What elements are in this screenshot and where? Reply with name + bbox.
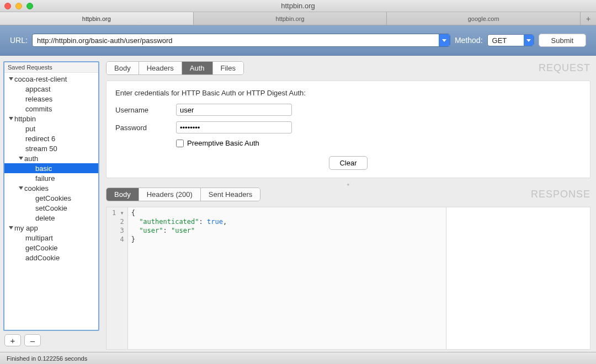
tree-item-label: appcast xyxy=(25,85,51,93)
username-input[interactable] xyxy=(176,104,292,116)
tab-google[interactable]: google.com xyxy=(387,12,581,25)
tree-item[interactable]: put xyxy=(4,124,98,133)
tree-item-label: basic xyxy=(35,164,52,173)
chevron-down-icon xyxy=(442,39,446,42)
tree-item[interactable]: cookies xyxy=(4,183,98,193)
submit-button[interactable]: Submit xyxy=(539,34,586,47)
url-input-wrapper xyxy=(32,34,450,47)
response-body-panel: 1 ▾234 { "authenticated": true, "user": … xyxy=(106,207,590,350)
response-title: RESPONSE xyxy=(531,189,590,200)
resize-handle[interactable]: ● xyxy=(106,182,590,187)
chevron-down-icon xyxy=(526,39,531,42)
clear-button[interactable]: Clear xyxy=(329,156,367,170)
disclosure-triangle-icon xyxy=(9,117,13,120)
tree-item-label: my app xyxy=(14,224,38,232)
window-title: httpbin.org xyxy=(0,2,596,10)
tree-item-label: setCookie xyxy=(35,204,67,212)
request-title: REQUEST xyxy=(539,62,590,74)
auth-instructions: Enter credentials for HTTP Basic Auth or… xyxy=(115,89,581,97)
tree-item-label: put xyxy=(25,125,35,133)
remove-request-button[interactable]: – xyxy=(24,334,41,346)
url-label: URL: xyxy=(10,36,28,45)
tree-item[interactable]: failure xyxy=(4,173,98,183)
preemptive-auth-checkbox[interactable] xyxy=(176,140,184,147)
tree-item-label: cookies xyxy=(24,184,49,192)
tree-item[interactable]: basic xyxy=(4,163,98,173)
tree-item-label: redirect 6 xyxy=(25,135,55,143)
tree-item[interactable]: getCookies xyxy=(4,193,98,203)
response-side-panel xyxy=(446,207,590,349)
tree-item-label: commits xyxy=(25,105,52,113)
disclosure-triangle-icon xyxy=(9,226,13,229)
tree-item-label: auth xyxy=(24,154,38,163)
response-body[interactable]: { "authenticated": true, "user": "user" … xyxy=(128,207,446,349)
request-panel: Enter credentials for HTTP Basic Auth or… xyxy=(106,81,590,178)
statusbar: Finished in 0.122256 seconds xyxy=(0,352,596,364)
line-gutter: 1 ▾234 xyxy=(107,207,128,349)
tree-item-label: httpbin xyxy=(14,115,36,123)
tree-item-label: addCookie xyxy=(25,254,60,262)
content: BodyHeadersAuthFiles REQUEST Enter crede… xyxy=(106,61,590,350)
tree-item[interactable]: cocoa-rest-client xyxy=(4,74,98,84)
tree-item[interactable]: getCookie xyxy=(4,243,98,253)
titlebar: httpbin.org xyxy=(0,0,596,12)
tree-item-label: failure xyxy=(35,174,55,183)
saved-requests-header: Saved Requests xyxy=(4,62,98,73)
response-tab-headers-200-[interactable]: Headers (200) xyxy=(139,188,201,201)
tree-item[interactable]: redirect 6 xyxy=(4,133,98,143)
tree-item-label: getCookie xyxy=(25,244,58,252)
request-tabs: BodyHeadersAuthFiles xyxy=(106,61,244,75)
tab-httpbin-1[interactable]: httpbin.org xyxy=(0,12,194,25)
tree-item[interactable]: multipart xyxy=(4,233,98,243)
response-tab-sent-headers[interactable]: Sent Headers xyxy=(201,188,260,201)
method-dropdown-icon xyxy=(524,35,534,46)
disclosure-triangle-icon xyxy=(19,186,23,190)
tree-item-label: cocoa-rest-client xyxy=(14,75,67,83)
disclosure-triangle-icon xyxy=(19,157,23,160)
tree-item[interactable]: stream 50 xyxy=(4,143,98,153)
add-request-button[interactable]: + xyxy=(4,334,21,346)
request-tab-body[interactable]: Body xyxy=(107,62,139,74)
tree-item[interactable]: httpbin xyxy=(4,114,98,124)
tab-add-button[interactable]: + xyxy=(581,12,596,25)
saved-requests-panel: Saved Requests cocoa-rest-clientappcastr… xyxy=(3,61,99,331)
request-tab-files[interactable]: Files xyxy=(213,62,243,74)
response-tabs: BodyHeaders (200)Sent Headers xyxy=(106,188,260,201)
tree-item-label: getCookies xyxy=(35,194,71,202)
url-input[interactable] xyxy=(33,36,439,45)
tree-item-label: delete xyxy=(35,214,55,222)
tree-item-label: multipart xyxy=(25,234,53,242)
request-tab-headers[interactable]: Headers xyxy=(139,62,182,74)
method-select[interactable]: GET xyxy=(487,34,534,46)
password-label: Password xyxy=(115,124,176,132)
tabbar: httpbin.org httpbin.org google.com + xyxy=(0,12,596,25)
tree-item[interactable]: setCookie xyxy=(4,203,98,213)
tree-item[interactable]: addCookie xyxy=(4,253,98,263)
tree-item-label: stream 50 xyxy=(25,144,57,153)
saved-requests-tree: cocoa-rest-clientappcastreleasescommitsh… xyxy=(4,73,98,330)
status-text: Finished in 0.122256 seconds xyxy=(7,355,87,362)
tree-item[interactable]: delete xyxy=(4,213,98,223)
main: Saved Requests cocoa-rest-clientappcastr… xyxy=(0,56,596,352)
response-tab-body[interactable]: Body xyxy=(107,188,139,201)
tree-item[interactable]: appcast xyxy=(4,84,98,94)
password-input[interactable] xyxy=(176,121,292,133)
tree-item[interactable]: commits xyxy=(4,104,98,114)
tree-item-label: releases xyxy=(25,95,52,103)
sidebar: Saved Requests cocoa-rest-clientappcastr… xyxy=(3,61,99,350)
tab-httpbin-2[interactable]: httpbin.org xyxy=(194,12,387,25)
username-label: Username xyxy=(115,106,176,114)
request-tab-auth[interactable]: Auth xyxy=(182,62,213,74)
tree-item[interactable]: releases xyxy=(4,94,98,104)
url-history-dropdown[interactable] xyxy=(439,34,450,46)
method-label: Method: xyxy=(455,36,483,45)
tree-item[interactable]: auth xyxy=(4,153,98,163)
urlbar: URL: Method: GET Submit xyxy=(0,25,596,56)
disclosure-triangle-icon xyxy=(9,77,13,81)
preemptive-auth-label: Preemptive Basic Auth xyxy=(187,139,259,147)
tree-item[interactable]: my app xyxy=(4,223,98,233)
